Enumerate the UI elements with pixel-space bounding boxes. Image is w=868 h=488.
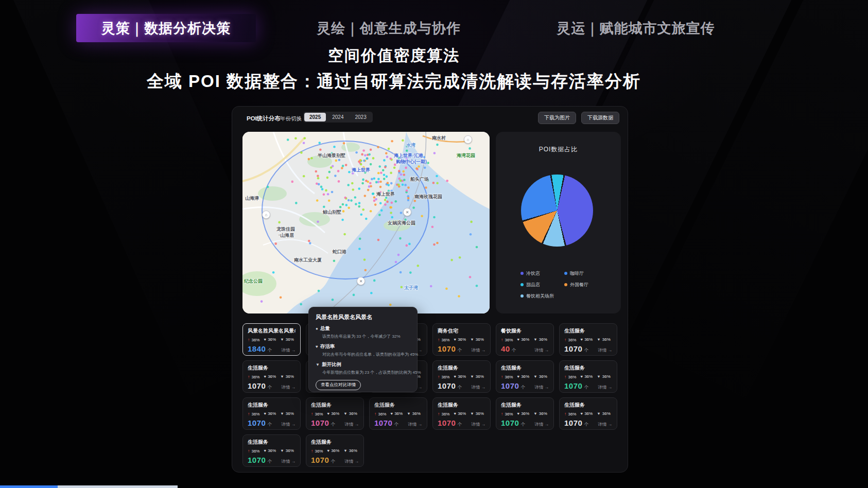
card-detail-link[interactable]: 详情 → xyxy=(344,422,359,428)
stat-arrow-up: ↑ 36% xyxy=(501,337,513,342)
card-detail-link[interactable]: 详情 → xyxy=(471,385,485,391)
poi-dot xyxy=(397,254,400,256)
stat-heart: ♥ 36% xyxy=(327,448,339,454)
tooltip-section-desc: 该类别去年总量为 33 个，今年减少了 32% xyxy=(322,334,410,339)
legend-item-冷饮店[interactable]: 冷饮店 xyxy=(520,268,564,279)
category-card[interactable]: 生活服务↑ 36%♥ 36%▼ 36%1070个详情 → xyxy=(559,323,617,356)
card-detail-link[interactable]: 详情 → xyxy=(281,459,296,465)
poi-dot xyxy=(327,193,329,196)
card-bottom: 1070个详情 → xyxy=(438,419,485,428)
nav-tab-lingyun[interactable]: 灵运｜赋能城市文旅宣传 xyxy=(528,14,744,42)
card-title: 商务住宅 xyxy=(438,327,485,335)
triangle-down-icon: ▼ xyxy=(470,337,474,342)
category-card[interactable]: 商务住宅↑ 36%♥ 36%▼ 36%1070个详情 → xyxy=(432,323,491,356)
category-card[interactable]: 生活服务↑ 36%♥ 36%▼ 36%1070个详情 → xyxy=(369,397,427,430)
legend-item-餐饮相关场所[interactable]: 餐饮相关场所 xyxy=(520,290,564,302)
category-card[interactable]: 生活服务↑ 36%♥ 36%▼ 36%1070个详情 → xyxy=(496,360,554,393)
download-data-button[interactable]: 下载源数据 xyxy=(581,112,619,124)
nav-tab-lingce[interactable]: 灵策｜数据分析决策 xyxy=(76,14,256,42)
map-canvas xyxy=(242,132,490,313)
category-card[interactable]: 餐饮服务↑ 36%♥ 36%▼ 36%40个详情 → xyxy=(496,323,554,356)
year-switch-label: 年份切换 xyxy=(280,115,302,123)
legend-color-dot xyxy=(520,294,524,298)
poi-dot xyxy=(369,182,372,185)
poi-dot xyxy=(383,173,386,176)
stat-triangle-down: ▼ 36% xyxy=(470,374,484,379)
card-detail-link[interactable]: 详情 → xyxy=(281,422,296,428)
card-bottom: 1070个详情 → xyxy=(311,456,359,465)
poi-dot xyxy=(406,150,408,152)
poi-dot xyxy=(358,248,361,250)
poi-dot xyxy=(360,213,363,216)
card-unit: 个 xyxy=(520,422,525,427)
poi-dot xyxy=(328,200,331,202)
poi-dot xyxy=(373,200,376,202)
poi-dot xyxy=(345,164,348,166)
poi-dot xyxy=(401,286,403,289)
triangle-down-icon: ▼ xyxy=(597,374,600,379)
card-detail-link[interactable]: 详情 → xyxy=(471,422,485,428)
card-detail-link[interactable]: 详情 → xyxy=(408,422,422,428)
card-title: 生活服务 xyxy=(564,364,612,372)
poi-dot xyxy=(378,214,381,216)
heart-icon: ♥ xyxy=(327,411,329,416)
year-button-2023[interactable]: 2023 xyxy=(350,113,372,121)
heart-icon: ♥ xyxy=(390,411,392,416)
poi-dot xyxy=(360,163,362,166)
poi-map[interactable]: 南水村水湾海湾花园半山海景别墅海上世界·汇港购物中心(一期)海上世界船头广场海上… xyxy=(242,132,490,313)
card-detail-link[interactable]: 详情 → xyxy=(281,385,296,391)
card-detail-link[interactable]: 详情 → xyxy=(281,347,296,354)
stat-triangle-down: ▼ 36% xyxy=(470,411,484,416)
legend-item-咖啡厅[interactable]: 咖啡厅 xyxy=(564,268,613,279)
nav-tab-linghui[interactable]: 灵绘｜创意生成与协作 xyxy=(288,14,489,42)
category-card[interactable]: 生活服务↑ 36%♥ 36%▼ 36%1070个详情 → xyxy=(496,397,554,430)
view-point-comparison-button[interactable]: 查看点位对比详情 xyxy=(316,380,361,390)
poi-dot xyxy=(320,186,323,188)
category-card[interactable]: 生活服务↑ 36%♥ 36%▼ 36%1070个详情 → xyxy=(242,434,301,467)
poi-dot xyxy=(373,280,376,282)
card-detail-link[interactable]: 详情 → xyxy=(534,385,549,391)
category-card[interactable]: 生活服务↑ 36%♥ 36%▼ 36%1070个详情 → xyxy=(306,397,364,430)
category-card[interactable]: 生活服务↑ 36%♥ 36%▼ 36%1070个详情 → xyxy=(242,360,301,393)
category-card[interactable]: 生活服务↑ 36%♥ 36%▼ 36%1070个详情 → xyxy=(432,360,491,393)
poi-dot xyxy=(362,179,364,181)
poi-dot xyxy=(359,159,362,162)
category-card[interactable]: 生活服务↑ 36%♥ 36%▼ 36%1070个详情 → xyxy=(306,434,364,467)
legend-item-外国餐厅[interactable]: 外国餐厅 xyxy=(564,279,613,290)
playback-progress-bar[interactable] xyxy=(0,485,868,488)
poi-dot xyxy=(317,220,319,223)
category-card[interactable]: 生活服务↑ 36%♥ 36%▼ 36%1070个详情 → xyxy=(559,360,617,393)
card-detail-link[interactable]: 详情 → xyxy=(471,347,485,354)
category-card[interactable]: 生活服务↑ 36%♥ 36%▼ 36%1070个详情 → xyxy=(432,397,491,430)
poi-dot xyxy=(303,175,305,178)
category-card[interactable]: 生活服务↑ 36%♥ 36%▼ 36%1070个详情 → xyxy=(559,397,617,430)
card-unit: 个 xyxy=(584,385,588,390)
card-detail-link[interactable]: 详情 → xyxy=(598,347,612,354)
poi-dot xyxy=(425,186,427,189)
poi-dot xyxy=(424,167,426,169)
poi-dot xyxy=(348,206,350,209)
arrow-up-icon: ↑ xyxy=(248,448,250,454)
poi-dot xyxy=(446,180,448,182)
heart-icon: ♥ xyxy=(264,337,266,342)
legend-item-甜品店[interactable]: 甜品店 xyxy=(520,279,564,290)
card-detail-link[interactable]: 详情 → xyxy=(534,422,549,428)
year-button-2025[interactable]: 2025 xyxy=(304,113,326,121)
poi-dot xyxy=(339,206,342,208)
card-detail-link[interactable]: 详情 → xyxy=(598,385,612,391)
card-value: 1070个 xyxy=(248,419,272,428)
download-image-button[interactable]: 下载为图片 xyxy=(538,112,576,124)
year-button-2024[interactable]: 2024 xyxy=(327,113,349,121)
card-detail-link[interactable]: 详情 → xyxy=(534,347,549,354)
arrow-up-icon: ↑ xyxy=(501,337,503,342)
card-bottom: 1070个详情 → xyxy=(564,419,612,428)
card-detail-link[interactable]: 详情 → xyxy=(598,422,612,428)
card-value: 1070个 xyxy=(564,419,588,428)
poi-dot xyxy=(274,242,277,245)
card-detail-link[interactable]: 详情 → xyxy=(344,459,359,465)
stat-arrow-up: ↑ 36% xyxy=(311,448,323,454)
category-card[interactable]: 风景名胜风景名风景名↑ 36%♥ 36%▼ 36%1840个详情 → xyxy=(242,323,301,356)
card-bottom: 1070个详情 → xyxy=(438,344,485,354)
category-card[interactable]: 生活服务↑ 36%♥ 36%▼ 36%1070个详情 → xyxy=(242,397,301,430)
poi-dot xyxy=(377,239,380,241)
